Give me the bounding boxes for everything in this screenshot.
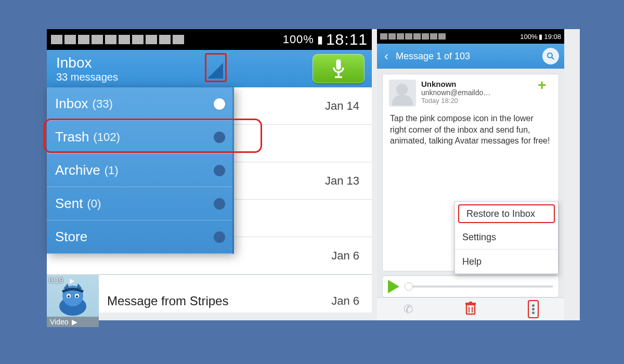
- highlight-overflow: [528, 300, 539, 318]
- voice-record-button[interactable]: [313, 54, 365, 83]
- menu-label: Restore to Inbox: [466, 209, 535, 219]
- phone-left: 100% ▮ 18:11 Inbox 33 messages: [47, 29, 372, 313]
- video-badge: Video▶: [47, 317, 99, 327]
- cell-signal-icon: [173, 35, 184, 44]
- menu-item-help[interactable]: Help: [455, 250, 558, 274]
- inbox-row-video[interactable]: 0:19 ▶ Video▶: [47, 275, 372, 327]
- folder-item-sent[interactable]: Sent (0): [47, 187, 232, 220]
- notif-icon: [64, 35, 76, 44]
- notif-icon: [105, 35, 116, 44]
- overflow-button[interactable]: [502, 300, 564, 318]
- highlight-trash-folder: [44, 119, 262, 153]
- row-date: Jan 14: [325, 99, 359, 113]
- folder-count: (1): [105, 164, 119, 177]
- svg-point-8: [76, 295, 78, 297]
- folder-count: (33): [93, 97, 113, 111]
- cell-signal-icon: [438, 33, 446, 40]
- microphone-icon: [331, 59, 346, 78]
- back-button[interactable]: ‹: [382, 49, 391, 63]
- folder-item-archive[interactable]: Archive (1): [47, 154, 232, 187]
- add-contact-button[interactable]: +: [538, 80, 552, 94]
- notif-icon: [51, 35, 62, 44]
- menu-label: Help: [462, 256, 482, 267]
- sync-icon: [413, 33, 421, 40]
- sender-timestamp: Today 18:20: [421, 97, 532, 105]
- row-date: Jan 6: [331, 294, 359, 308]
- notif-icon: [380, 33, 387, 40]
- radio-selected-icon: [214, 98, 225, 110]
- notif-icon: [78, 35, 89, 44]
- sender-avatar[interactable]: [389, 80, 416, 107]
- menu-label: Settings: [462, 232, 496, 243]
- dropdown-triangle-icon[interactable]: [207, 63, 223, 79]
- playback-bar: [382, 276, 559, 297]
- folder-label: Inbox: [55, 96, 88, 112]
- menu-item-restore[interactable]: Restore to Inbox: [458, 204, 555, 223]
- message-body: Tap the pink compose icon in the lower r…: [383, 110, 558, 150]
- row-date: Jan 13: [325, 174, 359, 188]
- sender-email: unknown@emaildo…: [421, 88, 532, 97]
- folder-dropdown-trigger[interactable]: Inbox 33 messages: [47, 55, 118, 83]
- battery-percent: 100%: [283, 33, 314, 46]
- appbar-title: Inbox: [56, 55, 118, 71]
- sync-icon: [132, 35, 144, 44]
- kebab-icon: [532, 308, 535, 310]
- svg-rect-1: [337, 72, 339, 76]
- call-button[interactable]: ✆: [377, 303, 439, 316]
- status-bar-right: 100% ▮ 19:08: [377, 29, 564, 44]
- kebab-icon: [532, 311, 535, 314]
- overflow-menu: Restore to Inbox Settings Help: [454, 201, 558, 274]
- app-bar-left: Inbox 33 messages: [47, 50, 372, 87]
- avatar-cat-icon: [52, 282, 94, 317]
- seek-slider[interactable]: [405, 285, 553, 288]
- play-icon: ▶: [72, 318, 77, 326]
- radio-unselected-icon: [214, 231, 225, 243]
- delete-button[interactable]: [439, 302, 502, 317]
- menu-item-settings[interactable]: Settings: [455, 226, 558, 250]
- highlight-dropdown-indicator: [205, 53, 227, 82]
- svg-point-9: [548, 53, 552, 58]
- app-bar-right: ‹ Message 1 of 103: [377, 44, 564, 69]
- play-button[interactable]: [388, 280, 399, 293]
- svg-rect-13: [469, 302, 472, 303]
- trash-icon: [464, 302, 477, 317]
- row-date: Jan 6: [331, 249, 359, 263]
- svg-rect-0: [336, 59, 341, 70]
- status-time: 18:11: [326, 31, 368, 48]
- video-thumbnail[interactable]: 0:19 ▶ Video▶: [47, 275, 99, 327]
- alarm-icon: [146, 35, 157, 44]
- svg-rect-11: [466, 305, 475, 314]
- kebab-icon: [532, 304, 535, 307]
- bottom-toolbar: ✆: [377, 297, 564, 320]
- search-button[interactable]: [542, 48, 559, 64]
- seek-knob-icon: [405, 282, 413, 291]
- phone-icon: ✆: [404, 303, 413, 316]
- alarm-icon: [422, 33, 429, 40]
- battery-percent: 100%: [520, 33, 537, 41]
- folder-dropdown: Inbox (33) Trash (102) Archive (1) Sent …: [47, 87, 234, 254]
- signal-off-icon: [119, 35, 130, 44]
- gps-icon: [430, 33, 437, 40]
- folder-count: (0): [87, 197, 101, 211]
- appbar-title: Message 1 of 103: [396, 51, 470, 62]
- battery-icon: ▮: [539, 33, 542, 41]
- sender-row: Unknown unknown@emaildo… Today 18:20 +: [383, 74, 558, 110]
- notif-icon: [397, 33, 404, 40]
- svg-line-10: [552, 57, 554, 59]
- svg-rect-2: [335, 76, 342, 78]
- notif-icon: [92, 35, 103, 44]
- message-card: Unknown unknown@emaildo… Today 18:20 + T…: [382, 74, 559, 271]
- sender-name: Unknown: [421, 80, 532, 88]
- status-notification-icons: [51, 35, 280, 44]
- folder-item-inbox[interactable]: Inbox (33): [47, 87, 232, 121]
- folder-item-store[interactable]: Store: [47, 220, 232, 254]
- folder-label: Archive: [55, 162, 100, 178]
- screenshot-stage: 100% ▮ 18:11 Inbox 33 messages: [47, 29, 580, 320]
- phone-right: 100% ▮ 19:08 ‹ Message 1 of 103 Unknown …: [377, 29, 564, 320]
- folder-label: Sent: [55, 196, 83, 212]
- radio-unselected-icon: [214, 165, 225, 176]
- folder-label: Store: [55, 229, 87, 245]
- svg-point-7: [68, 295, 70, 297]
- status-time: 19:08: [544, 33, 561, 41]
- radio-unselected-icon: [214, 198, 225, 210]
